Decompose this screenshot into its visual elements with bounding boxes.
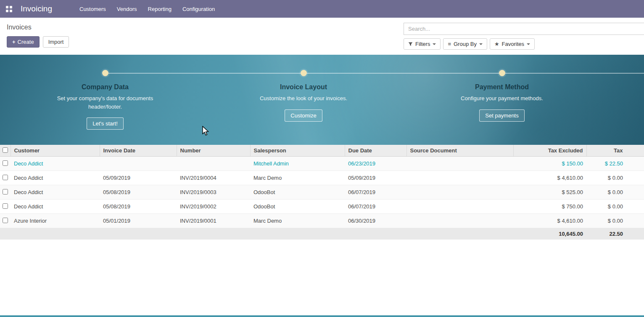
cell-salesperson: Mitchell Admin: [250, 157, 345, 171]
star-icon: ★: [494, 41, 499, 47]
filters-button-label: Filters: [415, 41, 430, 47]
create-button[interactable]: +Create: [7, 36, 40, 48]
cell-tax: $ 0.00: [586, 200, 644, 214]
main-menu: Customers Vendors Reporting Configuratio…: [74, 1, 220, 17]
table-row[interactable]: Deco Addict05/09/2019INV/2019/0004Marc D…: [0, 171, 644, 185]
cell-tax-excluded: $ 750.00: [513, 200, 586, 214]
step-dot: [102, 70, 108, 76]
total-tax-excluded: 10,645.00: [513, 228, 586, 240]
column-header-tax[interactable]: Tax: [586, 145, 644, 157]
control-panel-right: Filters ≡ Group By ★ Favorites: [404, 23, 644, 51]
menu-customers[interactable]: Customers: [74, 1, 111, 17]
filters-button[interactable]: Filters: [404, 38, 441, 50]
onboarding-step-payment-method: Payment Method Configure your payment me…: [435, 70, 569, 122]
cell-due-date: 06/07/2019: [345, 200, 406, 214]
totals-spacer: [0, 228, 513, 240]
apps-menu-icon[interactable]: [6, 6, 12, 12]
cell-source-document: [406, 214, 513, 228]
cell-source-document: [406, 171, 513, 185]
menu-configuration[interactable]: Configuration: [177, 1, 220, 17]
cell-tax-excluded: $ 4,610.00: [513, 214, 586, 228]
import-button[interactable]: Import: [43, 36, 69, 48]
column-header-source-document[interactable]: Source Document: [406, 145, 513, 157]
row-checkbox[interactable]: [3, 160, 8, 166]
cell-due-date: 06/30/2019: [345, 214, 406, 228]
set-payments-button[interactable]: Set payments: [479, 109, 525, 122]
step-title: Company Data: [82, 83, 129, 91]
cell-customer: Azure Interior: [11, 214, 100, 228]
customize-button[interactable]: Customize: [285, 109, 322, 122]
row-select-cell[interactable]: [0, 171, 11, 185]
search-bar: [404, 23, 644, 35]
cell-customer: Deco Addict: [11, 157, 100, 171]
cell-source-document: [406, 157, 513, 171]
table-row[interactable]: Deco Addict05/08/2019INV/2019/0002OdooBo…: [0, 200, 644, 214]
step-dot: [301, 70, 307, 76]
app-name[interactable]: Invoicing: [21, 4, 52, 13]
group-by-button-label: Group By: [454, 41, 477, 47]
lets-start-button[interactable]: Let's start!: [87, 117, 124, 130]
plus-icon: +: [12, 39, 16, 45]
cell-salesperson: Marc Demo: [250, 214, 345, 228]
step-title: Payment Method: [475, 83, 529, 91]
row-select-cell[interactable]: [0, 157, 11, 171]
cell-tax: $ 22.50: [586, 157, 644, 171]
row-select-cell[interactable]: [0, 214, 11, 228]
row-checkbox[interactable]: [3, 203, 8, 209]
cell-source-document: [406, 200, 513, 214]
step-description: Configure your payment methods.: [461, 94, 543, 103]
control-panel-left: Invoices +Create Import: [7, 23, 69, 51]
select-all-checkbox[interactable]: [3, 147, 8, 153]
apps-grid-square: [10, 6, 12, 8]
search-options: Filters ≡ Group By ★ Favorites: [404, 38, 644, 50]
apps-grid-square: [6, 6, 8, 8]
table-row[interactable]: Deco Addict05/08/2019INV/2019/0003OdooBo…: [0, 185, 644, 200]
cell-customer: Deco Addict: [11, 200, 100, 214]
invoice-table-body: Deco AddictMitchell Admin06/23/2019$ 150…: [0, 157, 644, 228]
cell-due-date: 06/23/2019: [345, 157, 406, 171]
menu-reporting[interactable]: Reporting: [143, 1, 177, 17]
table-row[interactable]: Deco AddictMitchell Admin06/23/2019$ 150…: [0, 157, 644, 171]
cell-invoice-date: [100, 157, 177, 171]
cell-tax-excluded: $ 525.00: [513, 185, 586, 200]
cell-invoice-date: 05/09/2019: [100, 171, 177, 185]
column-header-tax-excluded[interactable]: Tax Excluded: [513, 145, 586, 157]
row-checkbox[interactable]: [3, 218, 8, 223]
cell-salesperson: Marc Demo: [250, 171, 345, 185]
cell-tax-excluded: $ 4,610.00: [513, 171, 586, 185]
group-by-button[interactable]: ≡ Group By: [443, 38, 487, 50]
cell-due-date: 06/07/2019: [345, 185, 406, 200]
column-header-customer[interactable]: Customer: [11, 145, 100, 157]
cell-number: INV/2019/0002: [177, 200, 250, 214]
onboarding-step-company-data: Company Data Set your company's data for…: [38, 70, 172, 130]
cell-tax-excluded: $ 150.00: [513, 157, 586, 171]
select-all-cell: [0, 145, 11, 157]
caret-down-icon: [479, 43, 483, 45]
column-header-salesperson[interactable]: Salesperson: [250, 145, 345, 157]
row-select-cell[interactable]: [0, 185, 11, 200]
column-header-invoice-date[interactable]: Invoice Date: [100, 145, 177, 157]
onboarding-step-invoice-layout: Invoice Layout Customize the look of you…: [236, 70, 371, 122]
cell-number: INV/2019/0004: [177, 171, 250, 185]
column-header-due-date[interactable]: Due Date: [345, 145, 406, 157]
cell-tax: $ 0.00: [586, 185, 644, 200]
cell-salesperson: OdooBot: [250, 185, 345, 200]
menu-vendors[interactable]: Vendors: [111, 1, 143, 17]
caret-down-icon: [433, 43, 436, 45]
table-row[interactable]: Azure Interior05/01/2019INV/2019/0001Mar…: [0, 214, 644, 228]
search-input[interactable]: [408, 26, 640, 32]
cell-customer: Deco Addict: [11, 171, 100, 185]
bottom-accent-bar: [0, 315, 644, 317]
cell-number: INV/2019/0003: [177, 185, 250, 200]
filter-icon: [408, 42, 413, 46]
totals-row: 10,645.00 22.50: [0, 228, 644, 240]
cell-number: INV/2019/0001: [177, 214, 250, 228]
row-checkbox[interactable]: [3, 189, 8, 194]
row-select-cell[interactable]: [0, 200, 11, 214]
invoice-table: Customer Invoice Date Number Salesperson…: [0, 145, 644, 240]
column-header-number[interactable]: Number: [177, 145, 250, 157]
cell-source-document: [406, 185, 513, 200]
favorites-button[interactable]: ★ Favorites: [490, 38, 535, 50]
cell-tax: $ 0.00: [586, 214, 644, 228]
row-checkbox[interactable]: [3, 175, 8, 180]
